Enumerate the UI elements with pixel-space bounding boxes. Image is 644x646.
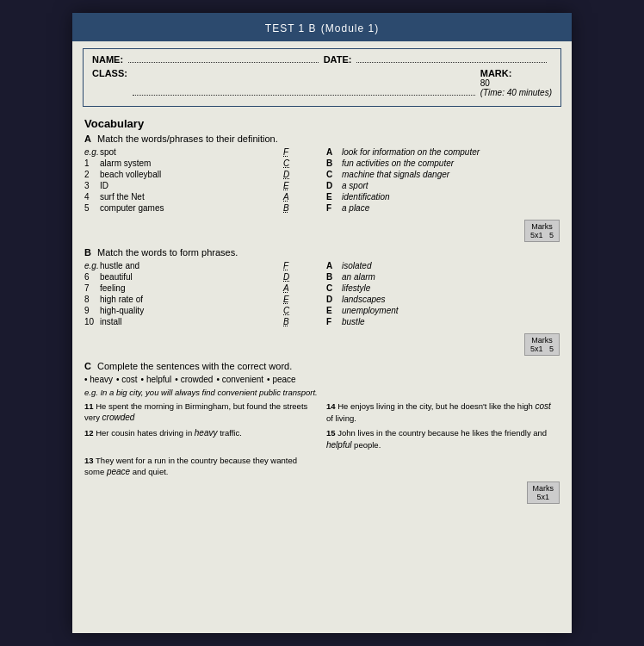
class-label: CLASS: (92, 68, 127, 97)
word-peace: peace (267, 375, 296, 384)
task-c-badge-row: Marks 5x1 (84, 481, 560, 504)
task-b-header: B Match the words to form phrases. (84, 247, 560, 258)
task-c-eg: e.g. In a big city, you will always find… (84, 388, 560, 397)
word-bank: heavy cost helpful crowded convenient pe… (84, 375, 560, 384)
task-b-item-9: 9 high-quality C (84, 306, 318, 315)
task-a-eg-word: spot (100, 147, 280, 157)
task-b-columns: e.g. hustle and F 6 beautiful D 7 feelin… (84, 261, 560, 328)
task-b-item-10: 10 install B (84, 317, 318, 326)
task-a-def-F: F a place (326, 203, 560, 213)
task-b-def-B: B an alarm (326, 272, 560, 282)
task-b-def-A: A isolated (326, 261, 560, 270)
task-b-badge-row: Marks 5x1 5 (84, 333, 560, 356)
task-a-header: A Match the words/phrases to their defin… (84, 134, 560, 144)
sentence-12: 12 Her cousin hates driving in heavy tra… (84, 427, 318, 450)
task-a-item-4: 4 surf the Net A (84, 192, 318, 202)
page: TEST 1 B (Module 1) NAME: DATE: CLASS: M… (72, 13, 572, 633)
task-b-item-8: 8 high rate of E (84, 295, 318, 304)
task-a-def-A: A look for information on the computer (326, 147, 560, 157)
answer-12: heavy (195, 428, 218, 438)
test-subtitle: (Module 1) (321, 22, 379, 34)
info-box: NAME: DATE: CLASS: MARK: 80 (Time: 40 mi… (83, 48, 561, 107)
task-a-instruction: Match the words/phrases to their definit… (97, 134, 278, 144)
task-a-eg-label: e.g. (84, 147, 96, 157)
date-label: DATE: (324, 54, 352, 65)
task-b-item-6: 6 beautiful D (84, 272, 318, 282)
sentences-grid: 11 He spent the morning in Birmingham, b… (84, 401, 560, 478)
task-c-header: C Complete the sentences with the correc… (84, 361, 560, 371)
task-c-instruction: Complete the sentences with the correct … (97, 361, 292, 371)
task-b-right: A isolated B an alarm C lifestyle D land… (326, 261, 560, 328)
task-a-item-1: 1 alarm system C (84, 158, 318, 168)
task-a: A Match the words/phrases to their defin… (84, 134, 560, 242)
class-line (133, 68, 475, 96)
sentence-11: 11 He spent the morning in Birmingham, b… (84, 401, 318, 424)
task-c-label: C (84, 361, 91, 371)
task-b-instruction: Match the words to form phrases. (97, 247, 238, 258)
answer-15: helpful (326, 440, 351, 450)
task-b-def-E: E unemployment (326, 306, 560, 315)
task-a-item-2: 2 beach volleyball D (84, 170, 318, 179)
answer-14: cost (535, 401, 550, 411)
task-a-eg-row: e.g. spot F (84, 147, 318, 157)
word-helpful: helpful (141, 375, 172, 384)
task-a-def-E: E identification (326, 192, 560, 202)
task-a-left: e.g. spot F 1 alarm system C 2 beach vol… (84, 147, 318, 214)
task-a-eg-answer: F (283, 147, 318, 157)
task-a-def-C: C machine that signals danger (326, 170, 560, 179)
task-a-columns: e.g. spot F 1 alarm system C 2 beach vol… (84, 147, 560, 214)
task-a-badge-row: Marks 5x1 5 (84, 220, 560, 242)
task-c: C Complete the sentences with the correc… (84, 361, 560, 504)
header-bar: TEST 1 B (Module 1) (72, 13, 572, 41)
sentence-14: 14 He enjoys living in the city, but he … (326, 401, 560, 424)
sentence-15: 15 John lives in the country because he … (326, 427, 560, 450)
task-b-eg-row: e.g. hustle and F (84, 261, 318, 270)
task-b-left: e.g. hustle and F 6 beautiful D 7 feelin… (84, 261, 318, 328)
task-a-label: A (84, 134, 91, 144)
task-b-label: B (84, 247, 91, 258)
task-a-def-D: D a sport (326, 181, 560, 190)
task-b-def-C: C lifestyle (326, 283, 560, 293)
task-a-marks-badge: Marks 5x1 5 (524, 220, 560, 242)
task-b-marks-badge: Marks 5x1 5 (524, 333, 560, 356)
task-b-item-7: 7 feeling A (84, 283, 318, 293)
date-line (356, 54, 547, 63)
word-cost: cost (116, 375, 138, 384)
test-title: TEST 1 B (265, 22, 317, 34)
section-vocab-title: Vocabulary (84, 117, 560, 130)
task-a-def-B: B fun activities on the computer (326, 158, 560, 168)
task-b-def-D: D landscapes (326, 295, 560, 304)
name-label: NAME: (92, 54, 123, 65)
task-a-right: A look for information on the computer B… (326, 147, 560, 214)
word-crowded: crowded (175, 375, 213, 384)
mark-label: MARK: (480, 68, 512, 78)
task-b: B Match the words to form phrases. e.g. … (84, 247, 560, 356)
word-convenient: convenient (216, 375, 263, 384)
sentence-13: 13 They went for a run in the country be… (84, 455, 318, 478)
answer-11: crowded (102, 413, 135, 422)
word-heavy: heavy (84, 375, 113, 384)
name-line (128, 54, 319, 63)
task-a-item-5: 5 computer games B (84, 203, 318, 213)
content: Vocabulary A Match the words/phrases to … (72, 114, 572, 507)
time-note: (Time: 40 minutes) (480, 88, 552, 97)
mark-denom: 80 (480, 78, 490, 88)
task-b-def-F: F bustle (326, 317, 560, 326)
answer-13: peace (107, 467, 130, 476)
task-a-item-3: 3 ID E (84, 181, 318, 190)
task-c-marks-badge: Marks 5x1 (527, 481, 560, 504)
